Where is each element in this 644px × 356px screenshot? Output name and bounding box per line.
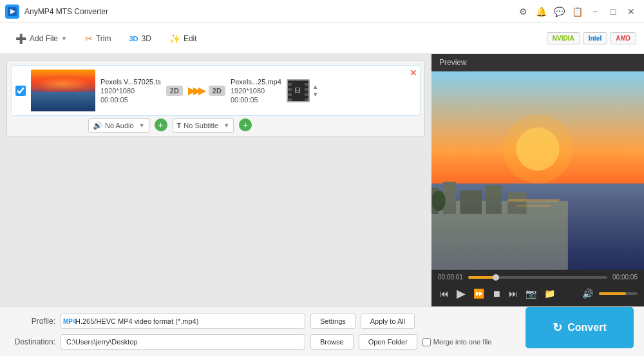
merge-label: Merge into one file: [433, 338, 492, 346]
preview-svg: [431, 71, 644, 270]
convert-label: Convert: [567, 322, 606, 333]
skip-forward-button[interactable]: ⏭: [507, 286, 520, 301]
fast-forward-button[interactable]: ⏩: [471, 286, 486, 301]
convert-button[interactable]: ↻ Convert: [526, 307, 634, 348]
svg-point-4: [503, 115, 572, 183]
play-button[interactable]: ▶: [455, 285, 468, 303]
source-duration: 00:00:05: [100, 96, 161, 104]
file-list: ✕ Pexels V...57025.ts 1920*1080 00:00:05…: [6, 61, 425, 137]
3d-icon: 3D: [129, 35, 138, 42]
close-button[interactable]: ✕: [623, 4, 639, 19]
subtitle-label: No Subtitle: [184, 122, 218, 129]
svg-rect-14: [507, 199, 559, 201]
volume-bar[interactable]: [599, 292, 638, 295]
source-filename: Pexels V...57025.ts: [100, 78, 161, 86]
settings-icon-btn[interactable]: ⚙: [515, 4, 531, 19]
gpu-badges: NVIDIA Intel AMD: [547, 32, 636, 44]
skip-back-button[interactable]: ⏮: [438, 286, 451, 301]
minimize-button[interactable]: −: [587, 4, 603, 19]
add-file-label: Add File: [30, 34, 58, 43]
chat-icon-btn[interactable]: 💬: [551, 4, 567, 19]
settings-button[interactable]: Settings: [310, 314, 355, 329]
left-panel: ✕ Pexels V...57025.ts 1920*1080 00:00:05…: [0, 54, 431, 306]
dest-resolution: 1920*1080: [231, 87, 281, 95]
add-subtitle-button[interactable]: +: [239, 118, 252, 131]
add-icon: ➕: [15, 33, 26, 44]
convert-icon: ↻: [553, 321, 562, 335]
scroll-up-arrow[interactable]: ▲: [312, 84, 319, 90]
3d-button[interactable]: 3D 3D: [122, 30, 159, 47]
dropdown-arrow-icon: ▼: [61, 35, 67, 42]
svg-rect-15: [516, 205, 551, 207]
time-current: 00:00:01: [438, 274, 463, 281]
file-item: ✕ Pexels V...57025.ts 1920*1080 00:00:05…: [11, 65, 421, 116]
amd-badge: AMD: [610, 32, 636, 44]
svg-point-13: [431, 191, 445, 211]
video-controls: 00:00:01 00:00:05 ⏮ ▶ ⏩ ⏹ ⏭ 📷 📁 🔊: [431, 270, 644, 306]
merge-checkbox-label[interactable]: Merge into one file: [422, 338, 492, 346]
svg-rect-7: [431, 188, 439, 214]
scroll-arrows: ▲ ▼: [312, 84, 319, 98]
volume-icon: 🔊: [580, 286, 595, 301]
dest-filename: Pexels...25.mp4: [231, 78, 281, 86]
preview-title: Preview: [439, 58, 467, 67]
apply-to-all-button[interactable]: Apply to All: [361, 314, 415, 329]
trim-button[interactable]: ✂ Trim: [77, 30, 119, 48]
filmstrip-icon[interactable]: 🎞: [287, 79, 310, 102]
audio-dropdown[interactable]: 🔊 No Audio ▼: [88, 118, 149, 133]
video-frame: [431, 71, 644, 270]
screenshot-button[interactable]: 📷: [524, 286, 538, 301]
scroll-down-arrow[interactable]: ▼: [312, 91, 319, 98]
progress-bar[interactable]: [468, 276, 607, 279]
source-2d-badge: 2D: [166, 86, 183, 96]
add-file-button[interactable]: ➕ Add File ▼: [8, 30, 75, 48]
edit-button[interactable]: ✨ Edit: [162, 30, 205, 48]
audio-subtitle-row: 🔊 No Audio ▼ + T No Subtitle ▼ +: [11, 118, 421, 133]
svg-rect-9: [460, 191, 481, 214]
app-title: AnyMP4 MTS Converter: [24, 7, 515, 16]
audio-dropdown-arrow: ▼: [139, 122, 145, 129]
svg-rect-10: [486, 185, 502, 214]
playback-controls: ⏮ ▶ ⏩ ⏹ ⏭ 📷 📁 🔊: [438, 285, 638, 303]
edit-label: Edit: [184, 34, 197, 43]
source-details: Pexels V...57025.ts 1920*1080 00:00:05: [100, 78, 161, 104]
toolbar: ➕ Add File ▼ ✂ Trim 3D 3D ✨ Edit NVIDIA …: [0, 23, 644, 54]
file-checkbox[interactable]: [15, 86, 26, 96]
preview-video: [431, 71, 644, 270]
subtitle-dropdown[interactable]: T No Subtitle ▼: [173, 118, 234, 133]
nvidia-badge: NVIDIA: [547, 32, 580, 44]
convert-arrows-icon: ▶▶▶: [188, 84, 204, 97]
svg-rect-11: [507, 192, 526, 213]
maximize-button[interactable]: □: [605, 4, 621, 19]
app-icon: [5, 5, 19, 19]
svg-rect-6: [431, 201, 568, 270]
folder-button[interactable]: 📁: [542, 286, 557, 301]
title-bar: AnyMP4 MTS Converter ⚙ 🔔 💬 📋 − □ ✕: [0, 0, 644, 23]
dest-2d-badge: 2D: [209, 86, 225, 96]
right-panel: Preview: [431, 54, 644, 306]
add-audio-button[interactable]: +: [155, 118, 167, 131]
destination-input[interactable]: [61, 334, 305, 350]
open-folder-button[interactable]: Open Folder: [359, 334, 417, 350]
stop-button[interactable]: ⏹: [490, 286, 503, 301]
time-total: 00:00:05: [612, 274, 638, 281]
progress-fill: [468, 276, 496, 279]
destination-label: Destination:: [10, 337, 55, 346]
profile-select[interactable]: H.265/HEVC MP4 video format (*.mp4): [61, 314, 305, 329]
main-content: ✕ Pexels V...57025.ts 1920*1080 00:00:05…: [0, 54, 644, 306]
profile-select-wrap: MP4 H.265/HEVC MP4 video format (*.mp4): [61, 314, 305, 329]
svg-rect-5: [431, 183, 644, 270]
feedback-icon-btn[interactable]: 📋: [569, 4, 585, 19]
progress-container: 00:00:01 00:00:05: [438, 274, 638, 281]
subtitle-icon: T: [177, 122, 182, 129]
file-thumbnail: [31, 70, 95, 111]
notification-icon-btn[interactable]: 🔔: [533, 4, 549, 19]
browse-button[interactable]: Browse: [310, 334, 354, 350]
edit-icon: ✨: [169, 33, 180, 44]
file-close-button[interactable]: ✕: [410, 68, 417, 77]
bottom-section: Profile: MP4 H.265/HEVC MP4 video format…: [0, 306, 644, 356]
subtitle-dropdown-arrow: ▼: [223, 122, 229, 129]
merge-checkbox[interactable]: [422, 338, 431, 346]
svg-rect-8: [443, 182, 456, 214]
source-resolution: 1920*1080: [100, 87, 161, 95]
